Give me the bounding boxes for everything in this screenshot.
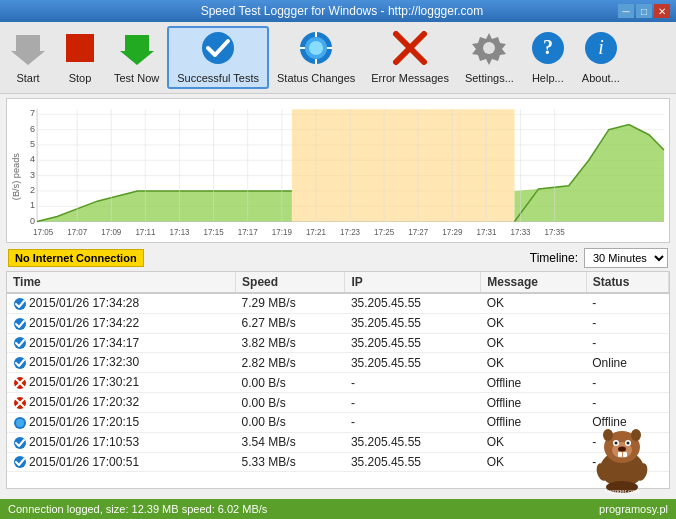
col-header-message[interactable]: Message xyxy=(481,272,586,293)
timeline-row: Timeline: 30 Minutes1 Hour3 Hours6 Hours… xyxy=(530,248,668,268)
toolbar-btn-status-changes[interactable]: Status Changes xyxy=(269,26,363,89)
cell-speed: 2.82 MB/s xyxy=(236,353,345,373)
data-table: TimeSpeedIPMessageStatus 2015/01/26 17:3… xyxy=(7,272,669,472)
status-row: No Internet Connection Timeline: 30 Minu… xyxy=(0,245,676,271)
toolbar-btn-help[interactable]: ?Help... xyxy=(522,26,574,89)
cell-message: Offline xyxy=(481,373,586,393)
svg-text:17:13: 17:13 xyxy=(170,228,191,237)
cell-speed: 7.29 MB/s xyxy=(236,293,345,313)
svg-text:?: ? xyxy=(543,36,553,58)
svg-text:4: 4 xyxy=(30,154,35,164)
svg-point-14 xyxy=(483,42,495,54)
toolbar-icon-status-changes xyxy=(299,31,333,70)
svg-text:1: 1 xyxy=(30,200,35,210)
cell-ip: 35.205.45.55 xyxy=(345,353,481,373)
maximize-button[interactable]: □ xyxy=(636,4,652,18)
svg-text:2: 2 xyxy=(30,185,35,195)
footer-status: Connection logged, size: 12.39 MB speed:… xyxy=(8,503,267,515)
svg-text:7: 7 xyxy=(30,108,35,118)
table-row: 2015/01/26 17:30:210.00 B/s-Offline- xyxy=(7,373,669,393)
footer: Connection logged, size: 12.39 MB speed:… xyxy=(0,499,676,519)
cell-message: Offline xyxy=(481,393,586,413)
toolbar-icon-successful-tests xyxy=(201,31,235,70)
svg-rect-37 xyxy=(292,109,515,221)
svg-text:17:19: 17:19 xyxy=(272,228,293,237)
toolbar-icon-error-messages xyxy=(393,31,427,70)
footer-brand: programosy.pl xyxy=(599,503,668,515)
cell-ip: - xyxy=(345,412,481,432)
cell-speed: 0.00 B/s xyxy=(236,373,345,393)
titlebar-controls: ─ □ ✕ xyxy=(618,4,670,18)
toolbar-label-error-messages: Error Messages xyxy=(371,72,449,84)
cell-time: 2015/01/26 17:30:21 xyxy=(7,373,236,393)
cell-status: - xyxy=(586,313,668,333)
minimize-button[interactable]: ─ xyxy=(618,4,634,18)
cell-time: 2015/01/26 17:10:53 xyxy=(7,432,236,452)
toolbar-btn-settings[interactable]: Settings... xyxy=(457,26,522,89)
svg-text:17:17: 17:17 xyxy=(238,228,259,237)
svg-text:6: 6 xyxy=(30,124,35,134)
col-header-time[interactable]: Time xyxy=(7,272,236,293)
cell-message: OK xyxy=(481,313,586,333)
svg-point-6 xyxy=(309,41,323,55)
toolbar-icon-stop xyxy=(63,31,97,70)
cell-message: OK xyxy=(481,293,586,313)
svg-text:17:25: 17:25 xyxy=(374,228,395,237)
toolbar-label-test-now: Test Now xyxy=(114,72,159,84)
cell-message: OK xyxy=(481,333,586,353)
timeline-select[interactable]: 30 Minutes1 Hour3 Hours6 Hours12 Hours24… xyxy=(584,248,668,268)
toolbar-btn-about[interactable]: iAbout... xyxy=(574,26,628,89)
table-row: 2015/01/26 17:10:533.54 MB/s35.205.45.55… xyxy=(7,432,669,452)
titlebar-title: Speed Test Loggger for Windows - http://… xyxy=(201,4,484,18)
toolbar-btn-error-messages[interactable]: Error Messages xyxy=(363,26,457,89)
svg-text:17:33: 17:33 xyxy=(511,228,532,237)
svg-text:17:07: 17:07 xyxy=(67,228,88,237)
col-header-speed[interactable]: Speed xyxy=(236,272,345,293)
cell-message: OK xyxy=(481,353,586,373)
cell-time: 2015/01/26 17:34:17 xyxy=(7,333,236,353)
toolbar-btn-start[interactable]: Start xyxy=(2,26,54,89)
cell-speed: 0.00 B/s xyxy=(236,412,345,432)
svg-point-81 xyxy=(16,419,24,427)
svg-rect-1 xyxy=(66,34,94,62)
table-row: 2015/01/26 17:00:515.33 MB/s35.205.45.55… xyxy=(7,452,669,472)
svg-text:17:29: 17:29 xyxy=(442,228,463,237)
cell-speed: 0.00 B/s xyxy=(236,393,345,413)
svg-marker-0 xyxy=(11,35,45,65)
toolbar-icon-start xyxy=(11,31,45,70)
table-row: 2015/01/26 17:20:150.00 B/s-OfflineOffli… xyxy=(7,412,669,432)
toolbar-btn-successful-tests[interactable]: Successful Tests xyxy=(167,26,269,89)
cell-ip: 35.205.45.55 xyxy=(345,313,481,333)
close-button[interactable]: ✕ xyxy=(654,4,670,18)
cell-status: - xyxy=(586,393,668,413)
col-header-ip[interactable]: IP xyxy=(345,272,481,293)
svg-text:i: i xyxy=(598,36,604,58)
svg-text:(B/s) peads: (B/s) peads xyxy=(11,153,21,200)
toolbar-icon-settings xyxy=(472,31,506,70)
toolbar-label-status-changes: Status Changes xyxy=(277,72,355,84)
svg-text:17:35: 17:35 xyxy=(545,228,566,237)
svg-text:17:05: 17:05 xyxy=(33,228,54,237)
toolbar-btn-test-now[interactable]: Test Now xyxy=(106,26,167,89)
svg-text:17:21: 17:21 xyxy=(306,228,327,237)
svg-text:17:09: 17:09 xyxy=(101,228,122,237)
table-row: 2015/01/26 17:34:287.29 MB/s35.205.45.55… xyxy=(7,293,669,313)
table-row: 2015/01/26 17:20:320.00 B/s-Offline- xyxy=(7,393,669,413)
toolbar-icon-help: ? xyxy=(531,31,565,70)
no-connection-badge: No Internet Connection xyxy=(8,249,144,267)
table-row: 2015/01/26 17:32:302.82 MB/s35.205.45.55… xyxy=(7,353,669,373)
cell-status: - xyxy=(586,452,668,472)
cell-time: 2015/01/26 17:20:15 xyxy=(7,412,236,432)
col-header-status[interactable]: Status xyxy=(586,272,668,293)
cell-speed: 3.82 MB/s xyxy=(236,333,345,353)
toolbar-label-help: Help... xyxy=(532,72,564,84)
svg-marker-2 xyxy=(120,35,154,65)
table-header-row: TimeSpeedIPMessageStatus xyxy=(7,272,669,293)
toolbar-icon-test-now xyxy=(120,31,154,70)
toolbar-btn-stop[interactable]: Stop xyxy=(54,26,106,89)
cell-speed: 3.54 MB/s xyxy=(236,432,345,452)
chart-area: (B/s) peads 0 1 2 3 4 5 6 7 17:05 17:07 … xyxy=(6,98,670,243)
toolbar-label-stop: Stop xyxy=(69,72,92,84)
cell-ip: 35.205.45.55 xyxy=(345,333,481,353)
cell-message: OK xyxy=(481,432,586,452)
